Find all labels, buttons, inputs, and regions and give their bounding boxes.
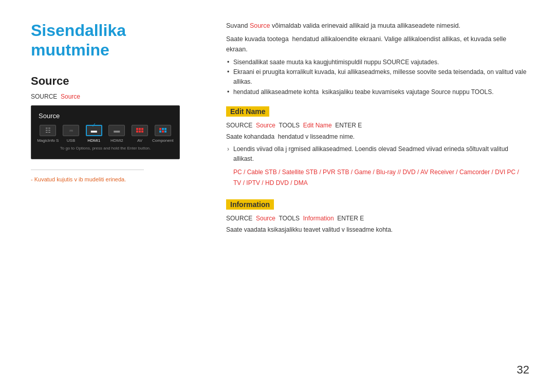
hdmi1-icon-box: ✓ ▬ <box>86 125 102 136</box>
usb-icon-box: ⎓ <box>63 125 79 136</box>
right-column: Suvand Source võimaldab valida erinevaid… <box>226 21 529 371</box>
source-icon-hdmi2[interactable]: ▬ HDMI2 <box>105 125 128 143</box>
information-cmd: SOURCE Source TOOLS Information ENTER E <box>226 215 529 222</box>
edit-name-desc: Saate kohandada hendatud v lisseadme nim… <box>226 132 529 141</box>
source-label-prefix: SOURCE <box>31 93 57 100</box>
device-list-2: TV / IPTV / HD DVD / DMA <box>226 178 529 188</box>
source-link-1[interactable]: Source <box>250 22 270 29</box>
component-icon-box <box>155 125 171 136</box>
source-icons-row: ☷ MagicInfo S ⎓ USB ✓ ▬ H <box>36 125 174 143</box>
intro-line-1: Suvand Source võimaldab valida erinevaid… <box>226 21 529 31</box>
av-dots <box>136 128 143 133</box>
source-icon-magicinfos[interactable]: ☷ MagicInfo S <box>36 125 60 143</box>
hdmi1-label: HDMI1 <box>87 138 100 143</box>
note-bullet: - <box>31 176 34 182</box>
hdmi2-icon-box: ▬ <box>108 125 125 136</box>
source-ui-mockup: Source ☷ MagicInfo S ⎓ USB <box>31 105 180 159</box>
source-label: SOURCE Source <box>31 93 206 100</box>
device-list-1: PC / Cable STB / Satellite STB / PVR STB… <box>226 167 529 177</box>
note-text: - Kuvatud kujutis v ib mudeliti erineda. <box>31 176 206 182</box>
bullet-item-2: Ekraani ei pruugita korralikult kuvada, … <box>226 67 529 87</box>
intro-bullet-list: Sisendallikat saate muuta ka kaugjuhtimi… <box>226 58 529 97</box>
source-icon-hdmi1[interactable]: ✓ ▬ HDMI1 <box>82 125 105 143</box>
note-content: Kuvatud kujutis v ib mudeliti erineda. <box>34 176 126 182</box>
hdmi2-symbol: ▬ <box>114 127 120 134</box>
edit-name-sub-bullet: Loendis viivad olla j rgmised allikasead… <box>226 144 529 164</box>
edit-name-badge: Edit Name <box>226 106 269 117</box>
intro-line-2: Saate kuvada tootega hendatud allikaloen… <box>226 34 529 54</box>
left-column: Sisendallika muutmine Source SOURCE Sour… <box>31 21 206 371</box>
av-label: AV <box>137 138 142 143</box>
av-icon-box <box>132 125 148 136</box>
source-ui-title: Source <box>36 112 174 120</box>
magicinfos-symbol: ☷ <box>45 127 51 134</box>
hdmi1-checkmark: ✓ <box>91 122 96 128</box>
edit-source-link[interactable]: Source <box>256 122 275 129</box>
component-dots <box>159 128 166 133</box>
usb-label: USB <box>67 138 75 143</box>
left-divider <box>31 170 144 170</box>
information-badge: Information <box>226 199 274 210</box>
source-hint: To go to Options, press and hold the Ent… <box>36 146 174 151</box>
hdmi2-label: HDMI2 <box>110 138 123 143</box>
information-desc: Saate vaadata ksikasjalikku teavet valit… <box>226 225 529 234</box>
magicinfos-icon-box: ☷ <box>40 125 56 136</box>
bullet-item-3: hendatud allikaseadmete kohta ksikasjali… <box>226 87 529 97</box>
source-icon-component[interactable]: Component <box>151 125 174 143</box>
edit-name-cmd: SOURCE Source TOOLS Edit Name ENTER E <box>226 122 529 129</box>
info-source-link[interactable]: Source <box>256 215 275 222</box>
information-link[interactable]: Information <box>303 215 334 222</box>
bullet-item-1: Sisendallikat saate muuta ka kaugjuhtimi… <box>226 58 529 67</box>
page-number: 32 <box>517 363 529 377</box>
component-label: Component <box>152 138 173 143</box>
information-section: Information SOURCE Source TOOLS Informat… <box>226 199 529 234</box>
source-label-link[interactable]: Source <box>61 93 80 100</box>
source-icon-usb[interactable]: ⎓ USB <box>60 125 83 143</box>
source-heading: Source <box>31 74 206 88</box>
edit-name-section: Edit Name SOURCE Source TOOLS Edit Name … <box>226 106 529 188</box>
magicinfos-label: MagicInfo S <box>37 138 59 143</box>
page-title: Sisendallika muutmine <box>31 21 206 60</box>
edit-name-link[interactable]: Edit Name <box>303 122 332 129</box>
source-icon-av[interactable]: AV <box>128 125 152 143</box>
edit-name-sub-list: Loendis viivad olla j rgmised allikasead… <box>226 144 529 164</box>
usb-symbol: ⎓ <box>69 127 73 134</box>
